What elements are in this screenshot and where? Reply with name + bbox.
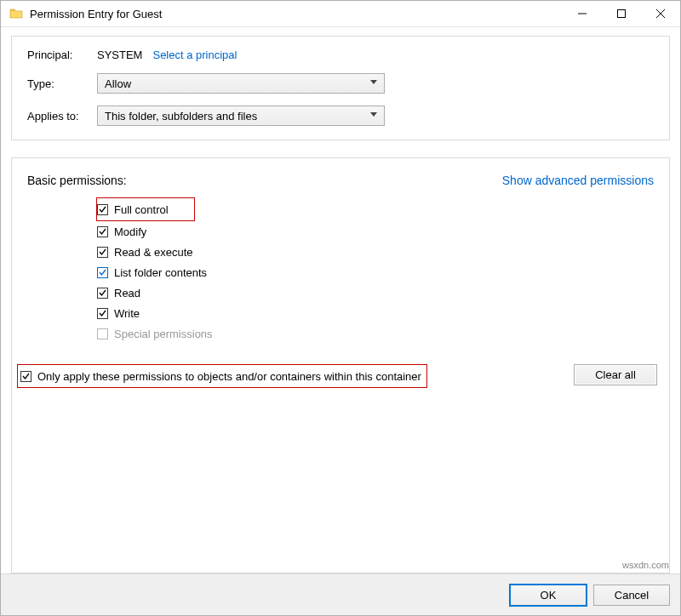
perm-full-control[interactable]: Full control [96,197,195,221]
principal-label: Principal: [27,48,97,61]
ok-button[interactable]: OK [510,585,587,606]
applies-to-select-value: This folder, subfolders and files [105,110,257,123]
chevron-down-icon [370,80,377,84]
only-apply-label: Only apply these permissions to objects … [37,370,421,383]
perm-special-permissions: Special permissions [97,323,654,344]
cancel-label: Cancel [615,589,649,602]
perm-label: Special permissions [114,328,213,340]
show-advanced-permissions-link[interactable]: Show advanced permissions [502,174,654,187]
maximize-button[interactable] [602,1,641,26]
perm-label: Read [114,287,140,299]
perm-write[interactable]: Write [97,303,654,323]
type-label: Type: [27,77,97,90]
checkbox-modify[interactable] [97,226,108,237]
type-select[interactable]: Allow [97,73,385,94]
select-principal-link[interactable]: Select a principal [152,48,237,61]
perm-label: Full control [114,203,169,216]
perm-label: Read & execute [114,246,193,259]
clear-all-label: Clear all [595,368,636,381]
perm-read-execute[interactable]: Read & execute [97,242,654,262]
cancel-button[interactable]: Cancel [593,585,670,606]
folder-icon [9,7,23,20]
perm-label: List folder contents [114,266,207,279]
close-button[interactable] [641,1,680,26]
checkbox-special-permissions [97,328,108,339]
window-title: Permission Entry for Guest [30,8,162,20]
checkbox-full-control[interactable] [97,204,108,215]
ok-label: OK [541,589,557,602]
perm-modify[interactable]: Modify [97,221,654,242]
checkbox-write[interactable] [97,308,108,319]
perm-label: Write [114,307,140,320]
only-apply-row[interactable]: Only apply these permissions to objects … [17,364,427,388]
checkbox-only-apply[interactable] [20,371,31,382]
type-select-value: Allow [105,77,131,90]
applies-to-select[interactable]: This folder, subfolders and files [97,106,385,126]
checkbox-read[interactable] [97,288,108,299]
svg-rect-0 [618,10,626,18]
perm-label: Modify [114,225,146,238]
applies-to-label: Applies to: [27,110,97,123]
checkbox-list-folder-contents[interactable] [97,267,108,278]
principal-value: SYSTEM [97,48,142,61]
principal-panel: Principal: SYSTEM Select a principal Typ… [11,36,670,140]
perm-list-folder-contents[interactable]: List folder contents [97,262,654,282]
minimize-button[interactable] [563,1,602,26]
perm-read[interactable]: Read [97,282,654,303]
checkbox-read-execute[interactable] [97,247,108,258]
basic-permissions-label: Basic permissions: [27,174,127,187]
permissions-panel: Basic permissions: Show advanced permiss… [11,157,670,573]
clear-all-button[interactable]: Clear all [574,364,657,385]
chevron-down-icon [370,112,377,117]
watermark: wsxdn.com [622,560,669,570]
